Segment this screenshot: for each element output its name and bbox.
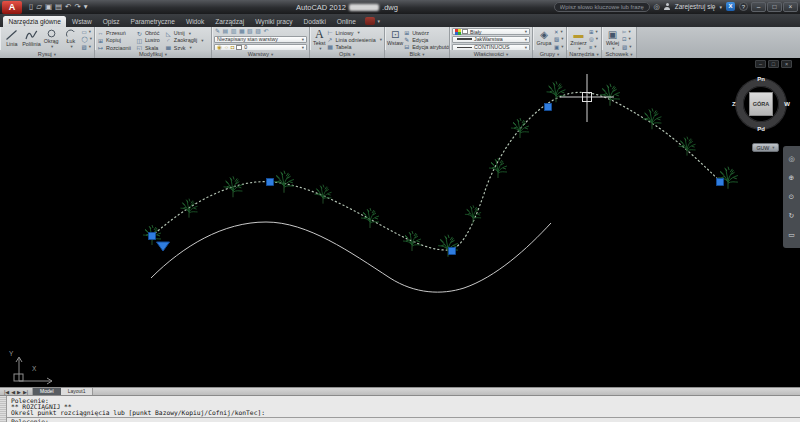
model-space[interactable]: Y X [0, 58, 800, 387]
workspace-dropdown-icon[interactable]: ▾ [84, 0, 88, 14]
panel-label-opis[interactable]: Opis▾ [310, 50, 384, 58]
command-input-line[interactable]: Polecenie: [0, 417, 800, 422]
pan-icon[interactable]: ⊕ [789, 174, 795, 182]
close-button[interactable]: × [783, 2, 798, 12]
tree-block[interactable] [511, 118, 529, 138]
layer-freeze-icon[interactable]: ▧ [247, 28, 253, 35]
compass-north-label[interactable]: Pn [757, 76, 765, 82]
plot-icon[interactable]: ▤ [55, 0, 62, 14]
ungroup-icon[interactable]: ✕ ▾ [554, 29, 563, 35]
layer-off-icon[interactable]: ▨ [255, 28, 261, 35]
quickcalc-dd-icon[interactable]: ▾ [596, 29, 598, 35]
signin-dropdown-icon[interactable]: ▾ [719, 4, 722, 10]
tree-blocks[interactable] [143, 81, 738, 256]
modify-button-2[interactable]: ↻Obróć [136, 30, 160, 37]
layer-state-dropdown[interactable]: Niezapisany stan warstwy▾ [214, 36, 307, 44]
viewcube-top-face[interactable]: GÓRA [749, 92, 773, 116]
ribbon-tab-4[interactable]: Parametryczne [125, 16, 180, 28]
tree-block[interactable] [643, 108, 662, 129]
search-input[interactable] [554, 2, 650, 12]
minimize-button[interactable]: – [751, 2, 766, 12]
compass-west-label[interactable]: Z [732, 101, 736, 107]
linear-dimension-dropdown-icon[interactable]: ▾ [358, 30, 360, 35]
ribbon-tab-3[interactable]: Opisz [97, 16, 125, 28]
tree-block[interactable] [547, 81, 566, 102]
command-window[interactable]: Polecenie: ** ROZCIĄGNIJ ** Określ punkt… [0, 395, 800, 422]
trim-dropdown-icon[interactable]: ▾ [189, 31, 191, 36]
layout-nav-icon-1[interactable]: |◀ [4, 389, 9, 395]
id-point-icon[interactable]: ◎ ▾ [589, 36, 598, 42]
polyline-button[interactable]: Polilinia [22, 28, 42, 50]
group-edit-icon[interactable]: ▧ ▾ [554, 36, 563, 42]
panel-label-modyfikuj[interactable]: Modyfikuj▾ [95, 50, 211, 58]
tree-block[interactable] [314, 185, 331, 204]
rectangle-tool-dd-icon[interactable]: ▾ [89, 29, 91, 35]
ribbon-tab-9[interactable]: Online [331, 16, 361, 28]
spline-grip[interactable] [717, 179, 724, 186]
selected-spline[interactable] [152, 92, 722, 250]
cut-dd-icon[interactable]: ▾ [629, 29, 631, 35]
tree-block[interactable] [489, 158, 507, 178]
doc-minimize-button[interactable]: – [755, 60, 766, 68]
layer-prev-icon[interactable]: ↶ [263, 28, 268, 35]
layer-properties-icon[interactable]: ✎ [215, 28, 220, 35]
measure-button[interactable]: ▬ Zmierz ▾ [569, 28, 588, 50]
ribbon-options-dropdown-icon[interactable]: ▾ [377, 18, 380, 24]
express-tools-icon[interactable] [365, 17, 375, 25]
navigation-wheel-icon[interactable]: ◎ [788, 155, 794, 163]
panel-label-grupy[interactable]: Grupy▾ [533, 50, 566, 58]
annotate-button-1[interactable]: ⊢Liniowy▾ [327, 29, 382, 36]
group-edit-dd-icon[interactable]: ▾ [561, 36, 563, 42]
open-folder-icon[interactable]: ▱ [36, 0, 42, 14]
exchange-apps-icon[interactable]: X [726, 2, 735, 11]
spline-grip[interactable] [545, 104, 552, 111]
modify-button-1[interactable]: ↔Przesuń [97, 30, 131, 37]
command-window-grip[interactable] [0, 396, 7, 422]
rectangle-tool-icon[interactable]: ▭ ▾ [82, 29, 92, 35]
layout-nav-icon-4[interactable]: ▶| [23, 389, 28, 395]
panel-label-rysuj[interactable]: Rysuj▾ [0, 50, 94, 58]
compass-east-label[interactable]: W [784, 101, 790, 107]
layer-isolate-icon[interactable]: ▥ [231, 28, 237, 35]
undo-icon[interactable]: ↶ [65, 0, 71, 14]
quickcalc-icon[interactable]: ⊞ ▾ [589, 29, 598, 35]
arc-button[interactable]: Łuk ▾ [61, 28, 81, 50]
block-button-3[interactable]: ⊟Edycja atrybutów▾ [403, 43, 449, 50]
insert-block-button[interactable]: ⊡ Wstaw [387, 28, 403, 50]
tree-block[interactable] [361, 208, 379, 228]
block-button-1[interactable]: ⊞Utwórz [403, 29, 449, 36]
ribbon-tab-6[interactable]: Zarządzaj [210, 16, 250, 28]
offset-curve[interactable] [151, 222, 551, 292]
annotate-button-3[interactable]: ▦Tabela [327, 43, 382, 50]
tree-block[interactable] [403, 231, 421, 251]
layout-nav-icon-2[interactable]: ◀ [11, 389, 15, 395]
ribbon-tab-7[interactable]: Wyniki pracy [250, 16, 298, 28]
modify-button-6[interactable]: ◜Zaokrąglij▾ [165, 37, 204, 44]
lineweight-dropdown[interactable]: JakWarstwa ▾ [452, 36, 530, 43]
copy-clip-dd-icon[interactable]: ▾ [629, 36, 631, 42]
search-icon[interactable]: ◎ [654, 3, 660, 11]
maximize-button[interactable]: □ [767, 2, 782, 12]
line-button[interactable]: Linia [2, 28, 22, 50]
circle-button[interactable]: Okrąg ▾ [41, 28, 61, 50]
tree-block[interactable] [224, 176, 243, 197]
drawing-area[interactable]: Y X – □ × GÓRA Pn Pd W Z GUW▾ ◎⊕⊙↻▭ [0, 58, 800, 387]
zoom-icon[interactable]: ⊙ [789, 193, 795, 201]
doc-restore-button[interactable]: □ [768, 60, 779, 68]
panel-label-wlasciwosci[interactable]: Właściwości▾ [450, 50, 532, 58]
ellipse-tool-dd-icon[interactable]: ▾ [90, 36, 92, 42]
panel-label-warstwy[interactable]: Warstwy▾ [212, 50, 309, 58]
spline-grip[interactable] [149, 233, 156, 240]
grip-points[interactable] [149, 104, 724, 255]
id-point-dd-icon[interactable]: ▾ [596, 36, 598, 42]
spline-grip[interactable] [449, 248, 456, 255]
object-color-dropdown[interactable]: Biały ▾ [452, 28, 530, 35]
panel-label-schowek[interactable]: Schowek▾ [602, 50, 636, 58]
fillet-dropdown-icon[interactable]: ▾ [201, 38, 203, 43]
ribbon-tab-1[interactable]: Narzędzia główne [3, 16, 66, 28]
leader-dropdown-icon[interactable]: ▾ [380, 37, 382, 42]
ucs-selector-button[interactable]: GUW▾ [752, 143, 779, 152]
showmotion-icon[interactable]: ▭ [788, 231, 795, 239]
ungroup-dd-icon[interactable]: ▾ [561, 29, 563, 35]
ellipse-tool-icon[interactable]: ◯ ▾ [82, 36, 92, 42]
